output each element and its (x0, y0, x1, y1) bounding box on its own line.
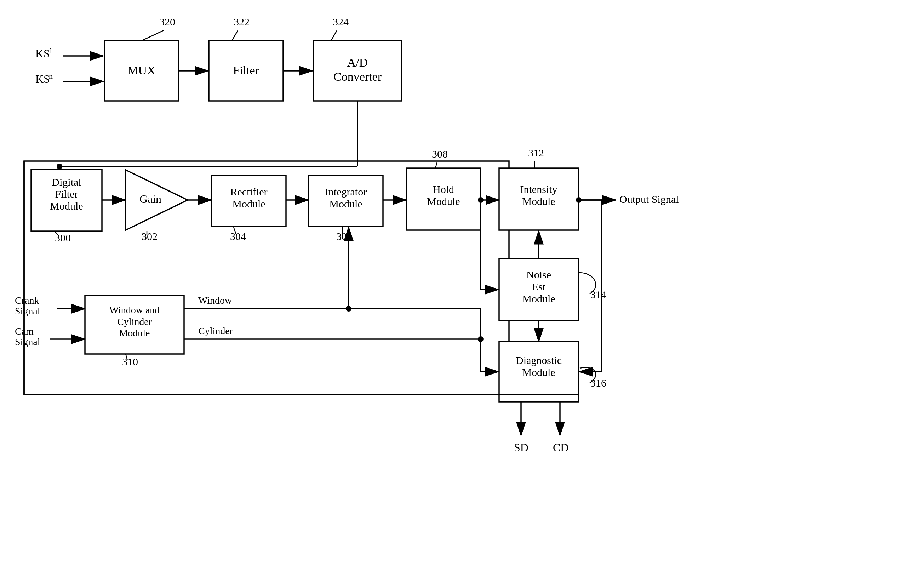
df-label-2: Filter (55, 188, 78, 200)
hold-label-2: Module (427, 195, 460, 207)
ref-324: 324 (333, 16, 349, 28)
hold-label-1: Hold (433, 183, 454, 195)
ks1-label: KS (36, 47, 50, 60)
ref-316: 316 (591, 377, 606, 389)
output-signal-label: Output Signal (620, 193, 679, 205)
df-label-1: Digital (52, 176, 81, 188)
gain-label: Gain (140, 192, 161, 205)
ref-306: 306 (336, 230, 352, 242)
adc-label-1: A/D (347, 56, 368, 69)
integ-label-2: Module (329, 198, 362, 210)
wc-label-3: Module (119, 327, 150, 339)
crank-signal-2: Signal (15, 306, 41, 316)
intensity-label-1: Intensity (520, 183, 558, 195)
noise-label-1: Noise (526, 269, 551, 280)
diag-label-1: Diagnostic (516, 354, 562, 366)
ref-302: 302 (142, 230, 158, 242)
ref-320: 320 (159, 16, 175, 28)
intensity-label-2: Module (522, 195, 555, 207)
ks1-sub: 1 (49, 46, 53, 55)
ref-322: 322 (234, 16, 249, 28)
crank-signal-1: Crank (15, 295, 39, 306)
main-diagram: 320 322 324 MUX Filter A/D Converter KS … (0, 0, 921, 588)
ref-312: 312 (528, 147, 544, 159)
wc-label-2: Cylinder (117, 316, 152, 327)
diag-label-2: Module (522, 366, 555, 378)
wc-label-1: Window and (109, 305, 160, 315)
df-label-3: Module (50, 200, 83, 212)
window-line-label: Window (198, 295, 232, 306)
filter-label: Filter (233, 64, 259, 77)
ref-310: 310 (122, 356, 138, 368)
adc-label-2: Converter (334, 70, 382, 83)
rect-label-1: Rectifier (230, 186, 268, 197)
sd-label: SD (514, 441, 529, 454)
cam-signal-2: Signal (15, 336, 41, 347)
ksn-sub: n (49, 72, 53, 80)
ref-314: 314 (591, 288, 606, 300)
rect-label-2: Module (232, 198, 265, 210)
cd-label: CD (553, 441, 568, 454)
cylinder-line-label: Cylinder (198, 325, 233, 336)
noise-label-3: Module (522, 293, 555, 305)
noise-label-2: Est (532, 281, 546, 292)
integ-label-1: Integrator (325, 186, 367, 197)
ref-304: 304 (230, 230, 246, 242)
mux-label: MUX (127, 64, 155, 77)
ksn-label: KS (36, 73, 50, 85)
ref-308: 308 (432, 148, 448, 160)
